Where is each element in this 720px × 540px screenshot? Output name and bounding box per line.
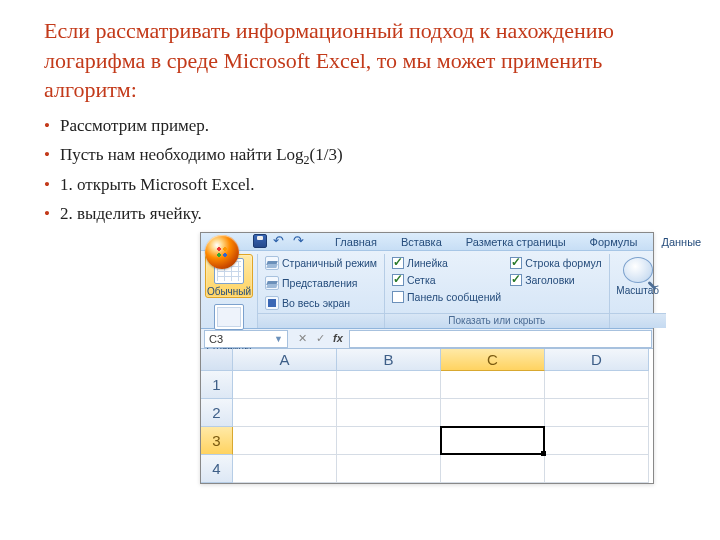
tab-review[interactable]: Рецензировани xyxy=(715,233,720,250)
full-screen-button[interactable]: Во весь экран xyxy=(262,294,353,311)
checkbox-icon xyxy=(392,257,404,269)
bullet-item: Пусть нам необходимо найти Log2(1/3) xyxy=(44,144,688,168)
tab-page-layout[interactable]: Разметка страницы xyxy=(456,233,576,250)
enter-icon[interactable]: ✓ xyxy=(313,332,327,345)
ruler-checkbox[interactable]: Линейка xyxy=(389,254,504,271)
bullet-list: Рассмотрим пример. Пусть нам необходимо … xyxy=(44,115,688,226)
label: Линейка xyxy=(407,257,448,269)
name-box[interactable]: C3 ▼ xyxy=(204,330,288,348)
custom-views-button[interactable]: Представления xyxy=(262,274,361,291)
col-header-B[interactable]: B xyxy=(337,349,441,371)
dropdown-icon: ▼ xyxy=(274,334,283,344)
tab-formulas[interactable]: Формулы xyxy=(580,233,648,250)
fx-icon[interactable]: fx xyxy=(331,332,345,345)
group-caption: Показать или скрыть xyxy=(385,313,609,328)
cell-B1[interactable] xyxy=(337,371,441,399)
col-header-C[interactable]: C xyxy=(441,349,545,371)
formula-input[interactable] xyxy=(349,330,652,348)
col-header-D[interactable]: D xyxy=(545,349,649,371)
bullet-item: 1. открыть Microsoft Excel. xyxy=(44,174,688,197)
name-box-value: C3 xyxy=(209,333,223,345)
cell-A3[interactable] xyxy=(233,427,337,455)
bullet-text-post: (1/3) xyxy=(310,145,343,164)
views-icon xyxy=(265,276,279,290)
row-header-2[interactable]: 2 xyxy=(201,399,233,427)
cell-B4[interactable] xyxy=(337,455,441,483)
pagebreak-icon xyxy=(265,256,279,270)
label: Во весь экран xyxy=(282,297,350,309)
cell-C4[interactable] xyxy=(441,455,545,483)
cancel-icon[interactable]: ✕ xyxy=(295,332,309,345)
row-header-4[interactable]: 4 xyxy=(201,455,233,483)
bullet-item: Рассмотрим пример. xyxy=(44,115,688,138)
checkbox-icon xyxy=(392,274,404,286)
fullscreen-icon xyxy=(265,296,279,310)
bullet-item: 2. выделить ячейку. xyxy=(44,203,688,226)
headings-checkbox[interactable]: Заголовки xyxy=(507,271,604,288)
label: Сетка xyxy=(407,274,436,286)
formula-bar: C3 ▼ ✕ ✓ fx xyxy=(201,329,653,349)
group-caption xyxy=(258,313,384,328)
excel-window: ↶ ↷ Главная Вставка Разметка страницы Фо… xyxy=(200,232,654,484)
group-view-modes: Страничный режим Представления Во весь э… xyxy=(258,254,385,328)
cell-C1[interactable] xyxy=(441,371,545,399)
group-show-hide: Линейка Сетка Панель сообщений Строка фо… xyxy=(385,254,610,328)
undo-icon[interactable]: ↶ xyxy=(273,234,287,248)
zoom-button[interactable]: Масштаб xyxy=(614,254,662,296)
select-all-corner[interactable] xyxy=(201,349,233,371)
layout-icon xyxy=(214,304,244,330)
redo-icon[interactable]: ↷ xyxy=(293,234,307,248)
formula-bar-checkbox[interactable]: Строка формул xyxy=(507,254,604,271)
save-icon[interactable] xyxy=(253,234,267,248)
group-zoom: Масштаб xyxy=(610,254,666,328)
bullet-text: Пусть нам необходимо найти Log xyxy=(60,145,304,164)
row-header-3[interactable]: 3 xyxy=(201,427,233,455)
quick-access-toolbar: ↶ ↷ xyxy=(247,232,313,250)
formula-buttons: ✕ ✓ fx xyxy=(291,332,349,345)
label: Строка формул xyxy=(525,257,601,269)
cell-A1[interactable] xyxy=(233,371,337,399)
page-break-preview-button[interactable]: Страничный режим xyxy=(262,254,380,271)
cell-A2[interactable] xyxy=(233,399,337,427)
ribbon-tabs: Главная Вставка Разметка страницы Формул… xyxy=(325,233,720,250)
row-header-1[interactable]: 1 xyxy=(201,371,233,399)
checkbox-icon xyxy=(392,291,404,303)
cell-D3[interactable] xyxy=(545,427,649,455)
cell-D2[interactable] xyxy=(545,399,649,427)
gridlines-checkbox[interactable]: Сетка xyxy=(389,271,504,288)
label: Панель сообщений xyxy=(407,291,501,303)
cell-A4[interactable] xyxy=(233,455,337,483)
tab-home[interactable]: Главная xyxy=(325,233,387,250)
col-header-A[interactable]: A xyxy=(233,349,337,371)
ribbon-body: Обычный Разметка страницы Режимы просмот… xyxy=(201,251,653,329)
message-bar-checkbox[interactable]: Панель сообщений xyxy=(389,288,504,305)
cell-C3[interactable] xyxy=(440,426,545,455)
group-caption xyxy=(610,313,666,328)
cell-B2[interactable] xyxy=(337,399,441,427)
cell-D1[interactable] xyxy=(545,371,649,399)
slide-heading: Если рассматривать информационный подход… xyxy=(44,16,688,105)
worksheet-grid: A B C D 1 2 3 4 xyxy=(201,349,653,483)
label: Обычный xyxy=(207,286,251,297)
title-row: ↶ ↷ Главная Вставка Разметка страницы Фо… xyxy=(201,233,653,251)
cell-C2[interactable] xyxy=(441,399,545,427)
checkbox-icon xyxy=(510,274,522,286)
label: Страничный режим xyxy=(282,257,377,269)
cell-D4[interactable] xyxy=(545,455,649,483)
tab-insert[interactable]: Вставка xyxy=(391,233,452,250)
tab-data[interactable]: Данные xyxy=(651,233,711,250)
zoom-icon xyxy=(623,257,653,283)
office-button[interactable] xyxy=(205,235,239,269)
cell-B3[interactable] xyxy=(337,427,441,455)
label: Представления xyxy=(282,277,358,289)
label: Заголовки xyxy=(525,274,575,286)
checkbox-icon xyxy=(510,257,522,269)
